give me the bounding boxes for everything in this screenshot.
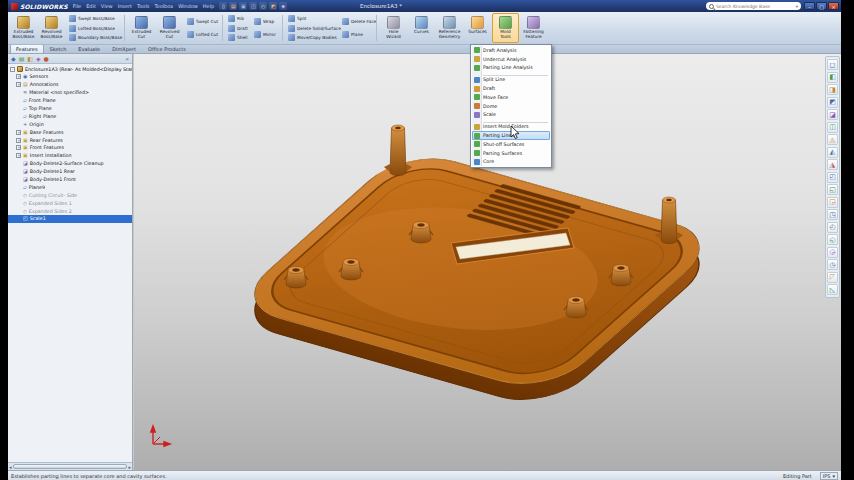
right-toolbar-icon[interactable]: ◩: [827, 97, 838, 108]
quick-access-icon[interactable]: ◩: [269, 2, 277, 10]
tree-horizontal-scrollbar[interactable]: ◂ ▸: [8, 462, 132, 470]
tree-item[interactable]: ◪ Body-Delete1 Rear: [8, 168, 132, 176]
expand-toggle[interactable]: +: [16, 130, 21, 135]
menu-item[interactable]: Help: [203, 3, 214, 9]
quick-access-icon[interactable]: ◈: [279, 2, 287, 10]
tree-root-item[interactable]: - Enclosure1A3 (Rear- As Molded<Display …: [8, 65, 132, 73]
right-toolbar-icon[interactable]: ◮: [827, 159, 838, 170]
manager-tab-icon[interactable]: ▤: [19, 56, 25, 62]
menu-item[interactable]: Shut-off Surfaces: [472, 140, 550, 149]
ribbon-small-button[interactable]: Rib: [226, 14, 250, 23]
commandmanager-tab[interactable]: Features: [10, 44, 44, 53]
quick-access-icon[interactable]: ▯: [219, 2, 227, 10]
ribbon-small-button[interactable]: Wrap: [252, 17, 279, 26]
window-control-button[interactable]: ×: [828, 2, 839, 10]
collapse-panel-icon[interactable]: «: [125, 55, 129, 62]
window-control-button[interactable]: –: [804, 2, 815, 10]
tree-item[interactable]: + ▣ Base Features: [8, 128, 132, 136]
right-toolbar-icon[interactable]: ◧: [827, 72, 838, 83]
right-toolbar-icon[interactable]: ◴: [827, 222, 838, 233]
expand-toggle[interactable]: +: [16, 138, 21, 143]
expand-toggle[interactable]: [16, 161, 21, 166]
tree-item[interactable]: ≡ Material <not specified>: [8, 89, 132, 97]
expand-toggle[interactable]: [16, 114, 21, 119]
right-toolbar-icon[interactable]: ◷: [827, 259, 838, 270]
right-toolbar-icon[interactable]: ◸: [827, 272, 838, 283]
tree-item[interactable]: ◇ Expanded Sides 1: [8, 199, 132, 207]
menu-item[interactable]: Window: [178, 3, 198, 9]
ribbon-big-button[interactable]: Mold Tools: [492, 13, 519, 43]
right-toolbar-icon[interactable]: ◶: [827, 247, 838, 258]
right-toolbar-icon[interactable]: ◬: [827, 134, 838, 145]
tree-item[interactable]: ▱ Right Plane: [8, 112, 132, 120]
ribbon-big-button[interactable]: Curves: [408, 13, 435, 43]
tree-item[interactable]: + ◉ Sensors: [8, 73, 132, 81]
menu-item[interactable]: Insert: [118, 3, 132, 9]
quick-access-icon[interactable]: ◫: [249, 2, 257, 10]
right-toolbar-icon[interactable]: ◵: [827, 234, 838, 245]
tree-item[interactable]: + ▣ Insert Installation: [8, 152, 132, 160]
ribbon-small-button[interactable]: Move/Copy Bodies: [286, 33, 338, 42]
expand-toggle[interactable]: -: [10, 67, 15, 72]
ribbon-small-button[interactable]: Swept Boss/Base: [67, 14, 121, 23]
scrollbar-thumb[interactable]: [13, 464, 128, 469]
scroll-left-icon[interactable]: ◂: [9, 464, 12, 470]
right-toolbar-icon[interactable]: ◰: [827, 172, 838, 183]
right-toolbar-icon[interactable]: ◻: [827, 59, 838, 70]
menu-item[interactable]: View: [101, 3, 113, 9]
expand-toggle[interactable]: +: [16, 145, 21, 150]
ribbon-big-button[interactable]: Fastening Feature: [520, 13, 547, 43]
menu-item[interactable]: Scale: [472, 111, 550, 120]
ribbon-small-button[interactable]: Swept Cut: [185, 17, 219, 26]
expand-toggle[interactable]: +: [16, 82, 21, 87]
ribbon-small-button[interactable]: Mirror: [252, 30, 279, 39]
quick-access-icon[interactable]: ▣: [239, 2, 247, 10]
tree-item[interactable]: ▱ Plane9: [8, 183, 132, 191]
expand-toggle[interactable]: [16, 169, 21, 174]
commandmanager-tab[interactable]: DimXpert: [106, 44, 142, 53]
ribbon-small-button[interactable]: Delete Solid/Surface: [286, 24, 338, 33]
ribbon-small-button[interactable]: Split: [286, 14, 338, 23]
ribbon-big-button[interactable]: Extruded Cut: [128, 13, 155, 43]
menu-item[interactable]: Undercut Analysis: [472, 55, 550, 64]
menu-item[interactable]: Parting Line Analysis: [472, 64, 550, 73]
menu-item[interactable]: Edit: [86, 3, 96, 9]
expand-toggle[interactable]: +: [16, 153, 21, 158]
search-box[interactable]: Search Knowledge Base ▾: [706, 2, 801, 10]
right-toolbar-icon[interactable]: ◺: [827, 284, 838, 295]
menu-item[interactable]: Split Line: [472, 75, 550, 84]
expand-toggle[interactable]: [16, 177, 21, 182]
menu-item[interactable]: Move Face: [472, 93, 550, 102]
ribbon-big-button[interactable]: Revolved Cut: [156, 13, 183, 43]
tree-item[interactable]: ◇ Cutting Circuit- Side: [8, 191, 132, 199]
expand-toggle[interactable]: [16, 122, 21, 127]
menu-item[interactable]: Parting Surfaces: [472, 149, 550, 158]
manager-tab-icon[interactable]: ◈: [36, 56, 41, 62]
menu-item[interactable]: Tools: [137, 3, 149, 9]
ribbon-small-button[interactable]: Lofted Boss/Base: [67, 24, 121, 33]
tree-item[interactable]: ◰ Scale1: [8, 215, 132, 223]
ribbon-small-button[interactable]: Plane: [340, 30, 373, 39]
chevron-down-icon[interactable]: ▾: [796, 4, 798, 9]
units-selector[interactable]: IPS ▾: [820, 472, 838, 480]
ribbon-big-button[interactable]: Revolved Boss/Base: [38, 13, 65, 43]
expand-toggle[interactable]: [16, 209, 21, 214]
commandmanager-tab[interactable]: Sketch: [44, 44, 73, 53]
right-toolbar-icon[interactable]: ◫: [827, 122, 838, 133]
ribbon-big-button[interactable]: Hole Wizard: [380, 13, 407, 43]
manager-tab-icon[interactable]: ◧: [27, 56, 33, 62]
tree-item[interactable]: ◇ Expanded Sides 2: [8, 207, 132, 215]
expand-toggle[interactable]: [16, 98, 21, 103]
tree-item[interactable]: ◪ Body-Delete2-Surface Cleanup: [8, 160, 132, 168]
quick-access-icon[interactable]: ▤: [229, 2, 237, 10]
tree-item[interactable]: + ▣ Rear Features: [8, 136, 132, 144]
expand-toggle[interactable]: [16, 201, 21, 206]
tree-item[interactable]: + ▤ Annotations: [8, 81, 132, 89]
right-toolbar-icon[interactable]: ◳: [827, 209, 838, 220]
expand-toggle[interactable]: [16, 90, 21, 95]
right-toolbar-icon[interactable]: ◭: [827, 147, 838, 158]
expand-toggle[interactable]: [16, 193, 21, 198]
window-control-button[interactable]: □: [816, 2, 827, 10]
right-toolbar-icon[interactable]: ◨: [827, 84, 838, 95]
tree-item[interactable]: ▱ Front Plane: [8, 97, 132, 105]
